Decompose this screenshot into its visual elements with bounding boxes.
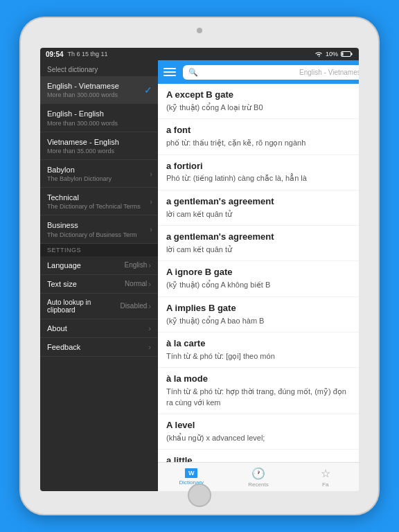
sidebar-item-subtitle-4: The Dictionary of Technical Terms — [47, 203, 151, 210]
entry-def-4: lời cam kết quân tử — [166, 245, 351, 255]
star-icon: ☆ — [321, 467, 330, 480]
chevron-settings-1: › — [148, 280, 151, 288]
search-bar: 🔍 English - Vietnamese — [158, 60, 359, 84]
entry-10[interactable]: a little Định từ: (dùng với danh từ) một… — [158, 450, 359, 462]
sidebar-item-english-vietnamese[interactable]: English - Vietnamese More than 300.000 w… — [40, 76, 158, 104]
svg-rect-2 — [342, 53, 344, 56]
sidebar-item-business[interactable]: Business The Dictionary of Business Term… — [40, 215, 158, 243]
entry-1[interactable]: a font phố từ: thấu triệt, cặn kẽ, rõ ng… — [158, 119, 359, 154]
sidebar-header: Select dictionary — [40, 60, 158, 76]
svg-rect-1 — [351, 53, 353, 55]
entry-word-6: A implies B gate — [166, 303, 351, 314]
wifi-icon — [314, 51, 323, 57]
sidebar-item-subtitle-5: The Dictionary of Business Term — [47, 231, 151, 238]
entry-word-0: A except B gate — [166, 89, 351, 101]
entry-word-2: a fortiori — [166, 161, 351, 172]
entry-def-2: Phó từ: (tiếng latinh) càng chắc là, hẳn… — [166, 173, 351, 184]
chevron-settings-4: › — [148, 343, 151, 351]
entry-word-7: à la carte — [166, 338, 351, 350]
book-icon: W — [185, 468, 197, 478]
entry-word-3: a gentleman's agreement — [166, 196, 351, 208]
status-right: 10% — [314, 51, 353, 57]
right-panel: 🔍 English - Vietnamese A except B gate (… — [158, 60, 359, 491]
settings-autolookup-value: Disabled — [120, 302, 147, 310]
chevron-icon-5: › — [150, 225, 152, 233]
sidebar-item-vietnamese-english[interactable]: Vietnamese - English More than 35.000 wo… — [40, 132, 158, 160]
tab-favorites-label: Fa — [322, 481, 328, 488]
entry-def-9: (khẩu ngữ) x advanced level; — [166, 433, 351, 443]
sidebar-item-title-1: English - English — [47, 109, 151, 118]
search-input-wrap[interactable]: 🔍 English - Vietnamese — [183, 65, 359, 80]
entry-5[interactable]: A ignore B gate (kỹ thuật) cổng A không … — [158, 261, 359, 296]
hamburger-line-2 — [163, 71, 176, 73]
chevron-icon-4: › — [150, 197, 152, 206]
search-lang-label: English - Vietnamese — [299, 69, 359, 76]
settings-feedback-label: Feedback — [47, 343, 80, 351]
sidebar-item-babylon[interactable]: Babylon The Babylon Dictionary › — [40, 160, 158, 188]
entry-word-9: A level — [166, 420, 351, 432]
clock-icon: 🕐 — [251, 467, 265, 480]
ipad-home-button[interactable] — [188, 484, 211, 507]
chevron-settings-2: › — [148, 302, 151, 310]
entry-def-0: (kỹ thuật) cổng A loại trừ B0 — [166, 103, 351, 113]
sidebar-item-subtitle-2: More than 35.000 words — [47, 148, 151, 154]
settings-textsize-label: Text size — [47, 280, 77, 288]
settings-feedback[interactable]: Feedback › — [40, 338, 158, 357]
battery-text: 10% — [326, 51, 338, 57]
sidebar-item-subtitle-1: More than 300.000 words — [47, 120, 151, 127]
tab-favorites[interactable]: ☆ Fa — [292, 463, 359, 491]
ipad-camera — [197, 28, 202, 33]
entry-def-5: (kỹ thuật) cổng A không biết B — [166, 280, 351, 290]
status-day: Th 6 15 thg 11 — [68, 51, 108, 57]
settings-autolookup-label: Auto lookup in clipboard — [47, 299, 120, 314]
chevron-settings-3: › — [148, 324, 151, 332]
entry-8[interactable]: à la mode Tính từ & phó từ: hợp thời tra… — [158, 368, 359, 414]
entry-3[interactable]: a gentleman's agreement lời cam kết quân… — [158, 190, 359, 226]
status-time: 09:54 — [46, 51, 64, 58]
battery-icon — [341, 51, 353, 57]
sidebar-item-title-0: English - Vietnamese — [47, 81, 151, 91]
entry-7[interactable]: à la carte Tính từ & phó từ: [gọi] theo … — [158, 332, 359, 368]
settings-textsize[interactable]: Text size Normal › — [40, 275, 158, 294]
search-icon: 🔍 — [188, 68, 198, 77]
settings-language-label: Language — [47, 261, 81, 269]
ipad-screen: 09:54 Th 6 15 thg 11 10% — [40, 48, 359, 491]
status-bar: 09:54 Th 6 15 thg 11 10% — [40, 48, 359, 60]
entry-word-5: A ignore B gate — [166, 267, 351, 278]
entry-def-6: (kỹ thuật) cổng A bao hàm B — [166, 316, 351, 326]
settings-autolookup[interactable]: Auto lookup in clipboard Disabled › — [40, 294, 158, 319]
entry-word-1: a font — [166, 125, 351, 136]
settings-language-value: English — [125, 261, 148, 269]
entry-2[interactable]: a fortiori Phó từ: (tiếng latinh) càng c… — [158, 155, 359, 190]
settings-about[interactable]: About › — [40, 319, 158, 338]
hamburger-line-3 — [163, 75, 176, 76]
settings-language[interactable]: Language English › — [40, 256, 158, 275]
entry-def-3: lời cam kết quân tử — [166, 209, 351, 220]
sidebar: Select dictionary English - Vietnamese M… — [40, 60, 158, 491]
settings-about-label: About — [47, 324, 67, 332]
entry-4[interactable]: a gentleman's agreement lời cam kết quân… — [158, 226, 359, 261]
search-input[interactable] — [201, 68, 296, 76]
entries-list: A except B gate (kỹ thuật) cổng A loại t… — [158, 84, 359, 462]
entry-0[interactable]: A except B gate (kỹ thuật) cổng A loại t… — [158, 84, 359, 119]
tab-recents[interactable]: 🕐 Recents — [225, 463, 292, 491]
ipad-device: 09:54 Th 6 15 thg 11 10% — [19, 17, 380, 515]
main-content: Select dictionary English - Vietnamese M… — [40, 60, 359, 491]
entry-def-1: phố từ: thấu triệt, cặn kẽ, rõ ngọn ngàn… — [166, 138, 351, 148]
entry-6[interactable]: A implies B gate (kỹ thuật) cổng A bao h… — [158, 297, 359, 332]
sidebar-item-title-5: Business — [47, 220, 151, 230]
entry-word-10: a little — [166, 455, 351, 462]
tab-bar: W Dictionary 🕐 Recents ☆ Fa — [158, 462, 359, 491]
sidebar-item-title-2: Vietnamese - English — [47, 137, 151, 147]
sidebar-item-title-4: Technical — [47, 193, 151, 202]
entry-def-8: Tính từ & phó từ: hợp thời trang, đúng m… — [166, 387, 351, 408]
entry-word-4: a gentleman's agreement — [166, 231, 351, 243]
sidebar-item-technical[interactable]: Technical The Dictionary of Technical Te… — [40, 188, 158, 215]
hamburger-line-1 — [163, 68, 176, 69]
chevron-icon-3: › — [150, 170, 152, 178]
hamburger-button[interactable] — [163, 64, 179, 80]
entry-word-8: à la mode — [166, 373, 351, 385]
sidebar-item-english-english[interactable]: English - English More than 300.000 word… — [40, 104, 158, 132]
entry-9[interactable]: A level (khẩu ngữ) x advanced level; — [158, 414, 359, 450]
settings-textsize-value: Normal — [125, 280, 147, 287]
